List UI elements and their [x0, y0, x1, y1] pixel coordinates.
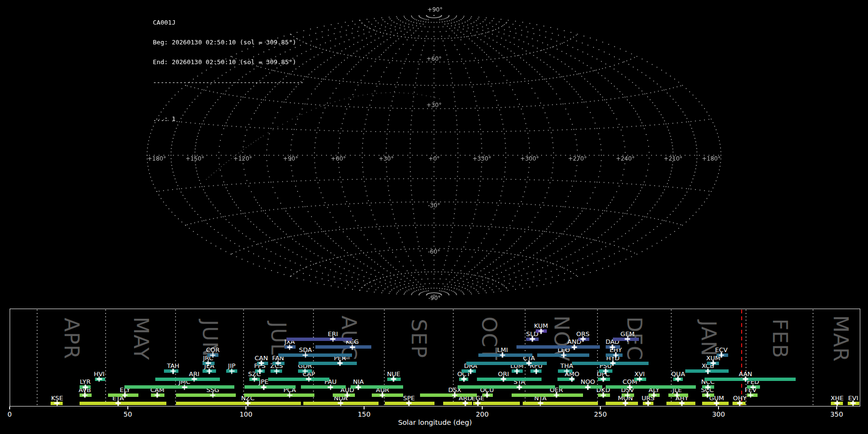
equator-longitude-label: +120°: [233, 155, 252, 162]
x-axis-tick: [364, 407, 365, 409]
equator-longitude-label: +180°: [702, 155, 721, 162]
equator-longitude-label: +150°: [186, 155, 204, 162]
x-axis-tick-label: 50: [123, 410, 132, 418]
x-axis-tick: [600, 407, 601, 409]
x-axis-tick: [9, 407, 10, 409]
sky-map-canvas: [0, 0, 868, 305]
begin-time-line: Beg: 20260130 02:50:10 (sol = 309.85°): [153, 39, 304, 46]
x-axis-tick: [482, 407, 483, 409]
info-block: CA001J Beg: 20260130 02:50:10 (sol = 309…: [153, 6, 304, 136]
meteor-shower-activity-screen: +180°+150°+120°+90°+60°+30°+0°+330°+300°…: [0, 0, 868, 434]
station-id: CA001J: [153, 19, 304, 26]
x-axis-tick-label: 350: [830, 410, 843, 418]
count-line: ...: 1: [153, 116, 304, 122]
equator-longitude-label: +210°: [664, 155, 682, 162]
parallel-latitude-label: +30°: [426, 102, 441, 108]
x-axis-tick-label: 200: [476, 410, 489, 418]
equator-longitude-label: +0°: [428, 155, 440, 162]
x-axis-tick-label: 150: [358, 410, 371, 418]
x-axis-tick-label: 250: [594, 410, 607, 418]
separator-line: ----------------------------------------: [153, 79, 304, 86]
equator-longitude-label: +240°: [616, 155, 635, 162]
parallel-latitude-label: -30°: [428, 202, 440, 209]
x-axis-tick: [245, 407, 246, 409]
parallel-latitude-label: +60°: [426, 55, 441, 62]
x-axis-tick-label: 0: [8, 410, 12, 418]
end-time-line: End: 20260130 02:50:10 (sol = 309.85°): [153, 59, 304, 66]
equator-longitude-label: +180°: [148, 155, 166, 162]
x-axis-tick-label: 100: [240, 410, 253, 418]
equator-longitude-label: +90°: [283, 155, 298, 162]
equator-longitude-label: +270°: [568, 155, 587, 162]
equator-longitude-label: +60°: [331, 155, 346, 162]
south-pole-label: -90°: [428, 295, 441, 301]
x-axis-tick: [718, 407, 719, 409]
equator-longitude-label: +330°: [473, 155, 491, 162]
x-axis-tick: [836, 407, 837, 409]
parallel-latitude-label: -60°: [428, 248, 440, 255]
equator-longitude-label: +30°: [379, 155, 393, 162]
equator-longitude-label: +300°: [520, 155, 539, 162]
north-pole-label: +90°: [427, 6, 442, 13]
x-axis-tick: [127, 407, 128, 409]
x-axis-tick-label: 300: [712, 410, 725, 418]
timeline-panel-border: [10, 309, 860, 407]
x-axis-title: Solar longitude (deg): [398, 419, 472, 426]
